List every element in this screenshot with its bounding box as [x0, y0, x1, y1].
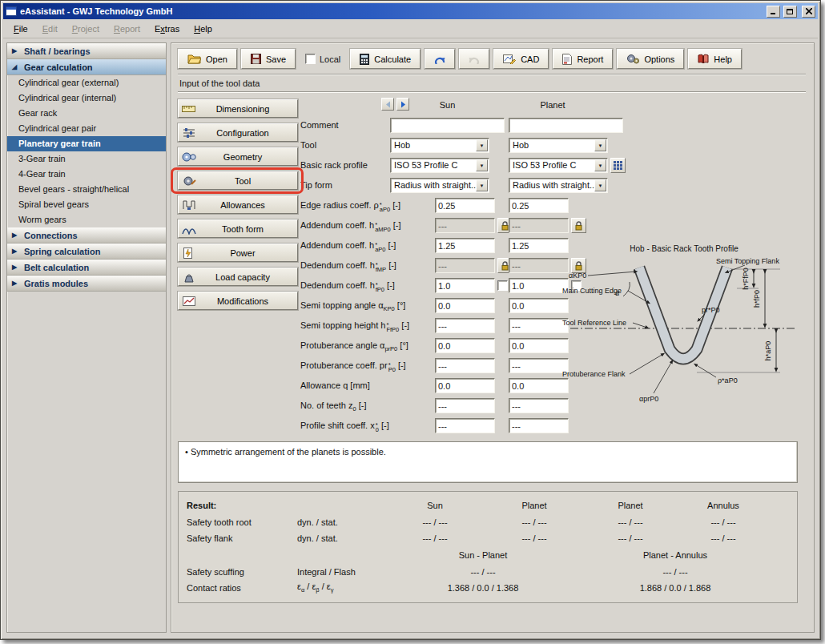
sidebar-section-connections[interactable]: ▶Connections	[7, 227, 166, 244]
sidebar-item-planetary-gear-train[interactable]: Planetary gear train	[7, 136, 166, 151]
result-col-header: Sun	[384, 501, 486, 510]
tool-button[interactable]: Tool	[178, 171, 298, 190]
tool-label: Tool	[300, 140, 316, 150]
sidebar-item-bevel-gears-straight-helical[interactable]: Bevel gears - straight/helical	[7, 182, 166, 197]
semi-topping-height-sun-input[interactable]	[435, 318, 495, 333]
edge-radius-coeff-label: Edge radius coeff. ρ*aP0 [-]	[300, 200, 400, 212]
dropdown-arrow-icon[interactable]: ▼	[594, 179, 606, 191]
dropdown-arrow-icon[interactable]: ▼	[476, 139, 488, 151]
comment-label: Comment	[300, 120, 339, 130]
tool-sun-select[interactable]: Hob▼	[390, 138, 489, 153]
tip-form-sun-select[interactable]: Radius with straight...▼	[390, 178, 489, 193]
dedendum-coeff-fmp-sun-input[interactable]	[435, 258, 495, 273]
menu-extras[interactable]: Extras	[147, 22, 187, 36]
addendum-coeff-ap0-label: Addendum coeff. h*aP0 [-]	[300, 240, 396, 252]
dropdown-arrow-icon[interactable]: ▼	[594, 139, 606, 151]
profile-shift-coeff-sun-input[interactable]	[435, 418, 495, 433]
lock-icon	[501, 261, 509, 271]
basic-rack-profile-planet-select[interactable]: ISO 53 Profile C▼	[509, 158, 608, 173]
dropdown-arrow-icon[interactable]: ▼	[476, 159, 488, 171]
comment-sun-input[interactable]	[390, 118, 505, 133]
dedendum-coeff-fp0-sun-input[interactable]	[435, 278, 495, 293]
column-header-planet: Planet	[497, 100, 609, 110]
result-row-safety-flank: Safety flankdyn. / stat.--- / ------ / -…	[185, 530, 791, 546]
profile-shift-coeff-planet-input[interactable]	[509, 418, 569, 433]
dropdown-arrow-icon[interactable]: ▼	[476, 179, 488, 191]
dimensioning-button[interactable]: Dimensioning	[178, 99, 298, 118]
help-button[interactable]: Help	[688, 49, 742, 69]
result-row-safety-tooth-root: Safety tooth rootdyn. / stat.--- / -----…	[185, 514, 791, 530]
open-button[interactable]: Open	[178, 49, 237, 69]
sidebar-item-cylindrical-gear-internal[interactable]: Cylindrical gear (internal)	[7, 91, 166, 106]
sidebar-item-cylindrical-gear-external[interactable]: Cylindrical gear (external)	[7, 75, 166, 91]
sidebar-item-3-gear-train[interactable]: 3-Gear train	[7, 151, 166, 167]
dropdown-arrow-icon[interactable]: ▼	[594, 159, 606, 171]
redo-button	[459, 49, 489, 69]
semi-topping-angle-sun-input[interactable]	[435, 298, 495, 313]
sidebar-item-cylindrical-gear-pair[interactable]: Cylindrical gear pair	[7, 121, 166, 136]
protuberance-coeff-sun-input[interactable]	[435, 358, 495, 373]
report-icon	[562, 54, 572, 65]
tool-reference-line-label: Tool Reference Line	[562, 319, 626, 327]
sidebar-section-belt-calculation[interactable]: ▶Belt calculation	[7, 260, 166, 276]
comment-planet-input[interactable]	[509, 118, 623, 133]
tool-planet-select[interactable]: Hob▼	[509, 138, 608, 153]
basic-rack-profile-sun-select[interactable]: ISO 53 Profile C▼	[390, 158, 489, 173]
edge-radius-coeff-planet-input[interactable]	[509, 198, 569, 213]
collapsed-arrow-icon: ▶	[12, 231, 20, 239]
addendum-coeff-ap0-sun-input[interactable]	[435, 238, 495, 253]
undo-button[interactable]	[425, 49, 455, 69]
allowances-button[interactable]: Allowances	[178, 195, 298, 214]
calculate-button[interactable]: Calculate	[350, 49, 421, 69]
edge-radius-coeff-sun-input[interactable]	[435, 198, 495, 213]
menu-help[interactable]: Help	[187, 22, 219, 36]
sidebar-section-spring-calculation[interactable]: ▶Spring calculation	[7, 244, 166, 260]
geometry-button[interactable]: Geometry	[178, 147, 298, 166]
sidebar-item-spiral-bevel-gears[interactable]: Spiral bevel gears	[7, 197, 166, 212]
maximize-button[interactable]	[783, 6, 797, 18]
close-button[interactable]	[802, 6, 815, 18]
tooth-form-button[interactable]: Tooth form	[178, 219, 298, 238]
modifications-button[interactable]: Modifications	[178, 292, 298, 310]
protuberance-angle-sun-input[interactable]	[435, 338, 495, 353]
main-cutting-edge-label: Main Cutting Edge	[562, 287, 622, 295]
h-ffp0-label: h*FfP0	[742, 268, 750, 290]
addendum-coeff-amp0-sun-input[interactable]	[435, 218, 495, 233]
menu-report: Report	[107, 22, 147, 36]
dedendum-coeff-fp0-sun-checkbox[interactable]	[497, 280, 508, 291]
title-bar[interactable]: eAssistant - GWJ Technology GmbH	[3, 3, 818, 19]
sidebar-section-shaft-bearings[interactable]: ▶Shaft / bearings	[7, 43, 166, 59]
configuration-button[interactable]: Configuration	[178, 123, 298, 142]
save-button[interactable]: Save	[241, 49, 296, 69]
status-text: Input of the tool data	[178, 74, 806, 92]
geometry-icon	[182, 151, 196, 163]
power-button[interactable]: Power	[178, 244, 298, 262]
app-window: eAssistant - GWJ Technology GmbH FileEdi…	[0, 0, 821, 640]
addendum-coeff-amp0-planet-lock-button[interactable]	[571, 218, 586, 233]
local-checkbox[interactable]	[305, 54, 316, 64]
expanded-arrow-icon: ◢	[12, 63, 20, 70]
options-button[interactable]: Options	[617, 49, 684, 69]
addendum-coeff-amp0-planet-input[interactable]	[509, 218, 569, 233]
minimize-button[interactable]	[767, 6, 780, 18]
result-panel: Result:SunPlanetPlanetAnnulusSafety toot…	[178, 491, 798, 603]
nav-button-column: DimensioningConfigurationGeometryToolAll…	[178, 99, 303, 316]
no-of-teeth-sun-input[interactable]	[435, 398, 495, 413]
report-button[interactable]: Report	[553, 49, 613, 69]
sidebar-item-gear-rack[interactable]: Gear rack	[7, 106, 166, 121]
cad-button[interactable]: CAD	[493, 49, 549, 69]
sidebar-section-gratis-modules[interactable]: ▶Gratis modules	[7, 276, 166, 292]
load-capacity-button[interactable]: Load capacity	[178, 268, 298, 286]
sidebar-item-worm-gears[interactable]: Worm gears	[7, 212, 166, 227]
tip-form-planet-select[interactable]: Radius with straight...▼	[509, 178, 608, 193]
load-capacity-icon	[182, 272, 196, 283]
form-column-headers: Sun Planet	[300, 95, 637, 116]
save-icon	[251, 54, 261, 64]
protuberance-flank-label: Protuberance Flank	[562, 370, 626, 378]
basic-rack-profile-detail-button[interactable]	[610, 158, 626, 173]
dimensioning-icon	[182, 103, 196, 115]
menu-file[interactable]: File	[6, 22, 35, 36]
sidebar-item-4-gear-train[interactable]: 4-Gear train	[7, 167, 166, 182]
sidebar-section-gear-calculation[interactable]: ◢Gear calculation	[7, 59, 166, 75]
allowance-sun-input[interactable]	[435, 378, 495, 393]
